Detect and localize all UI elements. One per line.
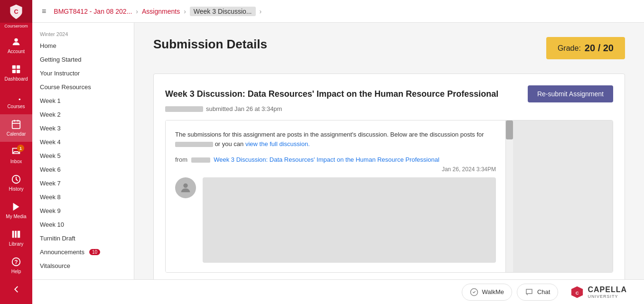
sidebar-history-label: History — [9, 186, 23, 192]
discussion-main: The submissions for this assignment are … — [166, 120, 505, 272]
submission-header: Submission Details Grade: 20 / 20 — [153, 37, 625, 59]
svg-rect-11 — [15, 231, 17, 238]
chat-button[interactable]: Chat — [517, 284, 558, 301]
nav-item-week5[interactable]: Week 5 — [32, 149, 134, 163]
nav-item-week10[interactable]: Week 10 — [32, 218, 134, 231]
walkme-icon — [470, 288, 478, 296]
breadcrumb-assignments[interactable]: Assignments — [142, 8, 180, 15]
left-nav: Winter 2024 Home Getting Started Your In… — [32, 23, 134, 279]
sidebar-item-dashboard[interactable]: Dashboard — [0, 59, 32, 87]
sidebar-item-inbox[interactable]: 1 Inbox — [0, 142, 32, 169]
nav-item-week8[interactable]: Week 8 — [32, 190, 134, 204]
svg-rect-12 — [18, 231, 20, 238]
svg-marker-9 — [13, 203, 19, 211]
nav-item-home[interactable]: Home — [32, 39, 134, 53]
from-name-redacted — [191, 157, 210, 163]
breadcrumb-week3[interactable]: Week 3 Discussio... — [190, 7, 256, 16]
discussion-box: The submissions for this assignment are … — [165, 120, 613, 273]
chat-icon — [525, 288, 533, 296]
breadcrumb-sep-3: › — [260, 8, 262, 15]
avatar — [175, 177, 196, 198]
post-body — [203, 177, 496, 263]
main-content: Submission Details Grade: 20 / 20 Week 3… — [134, 23, 644, 279]
assignment-title: Week 3 Discussion: Data Resources' Impac… — [165, 89, 498, 99]
post-content-row — [175, 177, 496, 263]
svg-text:C: C — [576, 290, 579, 295]
capella-logo-icon: C — [570, 286, 584, 299]
calendar-icon — [11, 119, 21, 129]
svg-rect-2 — [12, 65, 16, 69]
student-name-redacted — [175, 142, 213, 147]
library-icon — [11, 229, 21, 240]
walkme-button[interactable]: WalkMe — [462, 284, 512, 301]
grade-value: 20 / 20 — [585, 43, 614, 54]
sidebar-my-media-label: My Media — [6, 214, 26, 220]
sidebar-item-library[interactable]: Library — [0, 224, 32, 252]
svg-point-1 — [14, 38, 18, 42]
sidebar-inbox-label: Inbox — [10, 159, 22, 165]
sidebar-collapse-button[interactable] — [0, 279, 32, 299]
content-wrapper: Winter 2024 Home Getting Started Your In… — [32, 23, 644, 279]
from-row: from Week 3 Discussion: Data Resources' … — [175, 156, 496, 163]
nav-item-week2[interactable]: Week 2 — [32, 108, 134, 121]
sidebar-item-account[interactable]: Account — [0, 32, 32, 59]
assignment-title-row: Week 3 Discussion: Data Resources' Impac… — [165, 85, 613, 102]
capella-text-group: CAPELLA UNIVERSITY — [588, 286, 627, 299]
inbox-icon-wrap: 1 — [11, 147, 21, 157]
nav-item-turnitin[interactable]: Turnitin Draft — [32, 231, 134, 245]
capella-subtitle: UNIVERSITY — [588, 294, 627, 299]
my-media-icon — [11, 202, 21, 212]
history-icon — [11, 174, 21, 184]
avatar-person-icon — [179, 181, 192, 194]
chat-label: Chat — [537, 288, 550, 295]
svg-rect-3 — [17, 65, 20, 69]
nav-item-week3[interactable]: Week 3 — [32, 121, 134, 135]
nav-item-announcements[interactable]: Announcements 10 — [32, 245, 134, 259]
submitted-info: submitted Jan 26 at 3:34pm — [165, 105, 613, 112]
sidebar: C Courseroom Account Dashboard Courses C… — [0, 0, 32, 304]
sidebar-item-my-media[interactable]: My Media — [0, 197, 32, 224]
breadcrumb-course[interactable]: BMGT8412 - Jan 08 202... — [54, 8, 132, 15]
capella-name: CAPELLA — [588, 286, 627, 294]
submitter-name-redacted — [165, 106, 203, 112]
sidebar-item-calendar[interactable]: Calendar — [0, 114, 32, 142]
sidebar-courseroom-label: Courseroom — [4, 23, 28, 32]
breadcrumb-sep-2: › — [184, 8, 186, 15]
sidebar-calendar-label: Calendar — [7, 131, 26, 137]
help-icon: ? — [11, 257, 21, 267]
nav-item-getting-started[interactable]: Getting Started — [32, 53, 134, 66]
menu-icon[interactable]: ≡ — [42, 7, 46, 16]
sidebar-item-courses[interactable]: Courses — [0, 87, 32, 114]
sidebar-dashboard-label: Dashboard — [5, 76, 28, 82]
announcements-badge: 10 — [89, 249, 100, 255]
svg-rect-5 — [17, 70, 20, 73]
nav-item-vitalsource[interactable]: Vitalsource — [32, 259, 134, 273]
account-icon — [11, 37, 21, 47]
grade-box: Grade: 20 / 20 — [546, 37, 625, 59]
topbar: ≡ BMGT8412 - Jan 08 202... › Assignments… — [32, 0, 644, 23]
discussion-post-link[interactable]: Week 3 Discussion: Data Resources' Impac… — [214, 156, 439, 163]
sidebar-help-label: Help — [11, 269, 21, 275]
nav-item-week1[interactable]: Week 1 — [32, 94, 134, 108]
nav-item-week6[interactable]: Week 6 — [32, 163, 134, 176]
nav-item-week9[interactable]: Week 9 — [32, 204, 134, 218]
nav-item-week4[interactable]: Week 4 — [32, 135, 134, 149]
bottom-bar: WalkMe Chat C CAPELLA UNIVERSITY — [32, 279, 644, 304]
svg-text:?: ? — [14, 259, 18, 266]
nav-item-week7[interactable]: Week 7 — [32, 176, 134, 190]
sidebar-logo[interactable]: C — [0, 0, 32, 23]
sidebar-item-help[interactable]: ? Help — [0, 252, 32, 279]
svg-rect-4 — [12, 70, 16, 73]
sidebar-item-history[interactable]: History — [0, 169, 32, 197]
resubmit-button[interactable]: Re-submit Assignment — [528, 85, 613, 102]
nav-item-course-resources[interactable]: Course Resources — [32, 80, 134, 94]
capella-branding: C CAPELLA UNIVERSITY — [563, 282, 635, 303]
sidebar-library-label: Library — [9, 241, 24, 247]
courseroom-icon: C — [8, 3, 25, 20]
nav-item-your-instructor[interactable]: Your Instructor — [32, 66, 134, 80]
view-full-discussion-link[interactable]: view the full discussion. — [245, 140, 310, 147]
scrollbar-thumb[interactable] — [506, 120, 513, 139]
discussion-scrollbar[interactable] — [505, 120, 513, 272]
page-title: Submission Details — [153, 37, 267, 52]
main-area: ≡ BMGT8412 - Jan 08 202... › Assignments… — [32, 0, 644, 304]
